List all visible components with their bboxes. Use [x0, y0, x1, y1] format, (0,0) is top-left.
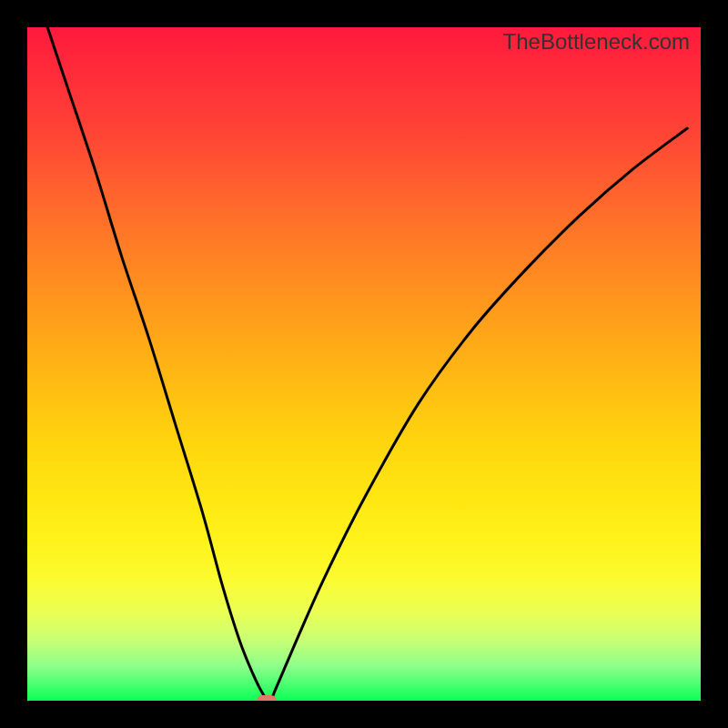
chart-frame [0, 0, 728, 728]
watermark-text: TheBottleneck.com [503, 29, 690, 55]
